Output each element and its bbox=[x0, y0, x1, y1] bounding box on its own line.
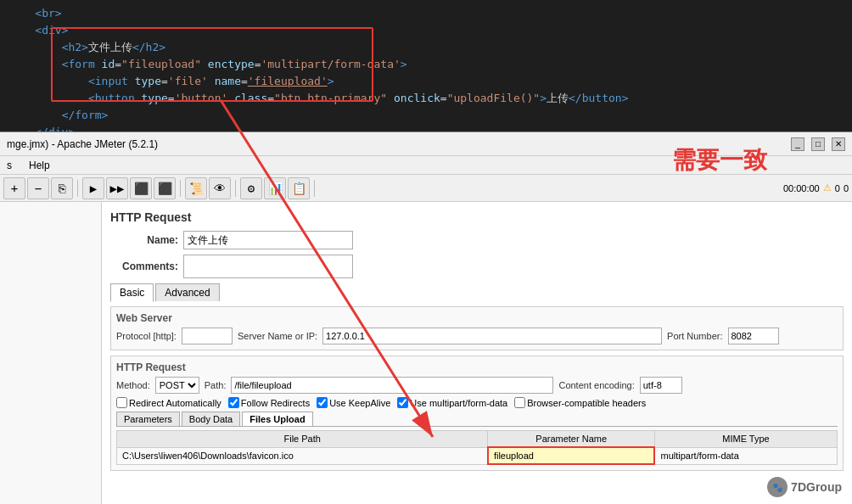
http-request-sub-title: HTTP Request bbox=[116, 361, 838, 373]
title-bar-left: mge.jmx) - Apache JMeter (5.2.1) bbox=[7, 138, 158, 150]
server-label: Server Name or IP: bbox=[238, 331, 317, 341]
method-select[interactable]: POST GET bbox=[155, 377, 199, 394]
cb-keepalive-label: Use KeepAlive bbox=[329, 398, 390, 408]
name-row: Name: bbox=[110, 231, 844, 249]
right-panel: HTTP Request Name: Comments: Basic Advan… bbox=[102, 202, 852, 504]
tab-body-data[interactable]: Body Data bbox=[182, 412, 240, 426]
code-line-5: <input type='file' name='fileupload'> bbox=[8, 73, 844, 90]
mime-type-cell: multipart/form-data bbox=[654, 447, 837, 464]
comments-row: Comments: bbox=[110, 255, 844, 278]
path-input[interactable] bbox=[231, 377, 553, 394]
toolbar-log[interactable]: 📋 bbox=[288, 177, 310, 199]
timer-display: 00:00:00 bbox=[783, 183, 820, 193]
toolbar-stop-all[interactable]: ⬛ bbox=[154, 177, 176, 199]
comments-input[interactable] bbox=[183, 255, 353, 278]
watermark: 🐾 7DGroup bbox=[767, 477, 842, 497]
encoding-input[interactable] bbox=[640, 377, 682, 394]
maximize-button[interactable]: □ bbox=[811, 137, 825, 151]
table-row: C:\Users\liwen406\Downloads\favicon.ico … bbox=[117, 447, 838, 464]
col-header-file-path: File Path bbox=[117, 431, 488, 448]
cb-follow-redirects-input[interactable] bbox=[228, 397, 239, 408]
cb-browser-compat-label: Browser-compatible headers bbox=[527, 398, 646, 408]
code-editor: <br> <div> <h2>文件上传</h2> <form id="fileu… bbox=[0, 0, 852, 132]
toolbar-minus[interactable]: − bbox=[27, 177, 49, 199]
cb-keepalive[interactable]: Use KeepAlive bbox=[317, 397, 390, 408]
cb-browser-compat[interactable]: Browser-compatible headers bbox=[514, 397, 646, 408]
minimize-button[interactable]: _ bbox=[791, 137, 804, 151]
port-input[interactable] bbox=[728, 328, 779, 344]
main-content: HTTP Request Name: Comments: Basic Advan… bbox=[0, 202, 852, 504]
toolbar-script[interactable]: 📜 bbox=[185, 177, 207, 199]
sidebar bbox=[0, 202, 102, 504]
code-line-2: <div> bbox=[8, 22, 844, 39]
menu-help[interactable]: Help bbox=[25, 158, 53, 173]
toolbar-separator-4 bbox=[314, 180, 315, 197]
toolbar-run[interactable]: ▶ bbox=[82, 177, 104, 199]
cb-multipart[interactable]: Use multipart/form-data bbox=[397, 397, 507, 408]
toolbar-chart[interactable]: 📊 bbox=[264, 177, 286, 199]
cb-follow-redirects[interactable]: Follow Redirects bbox=[228, 397, 310, 408]
method-path-row: Method: POST GET Path: Content encoding: bbox=[116, 377, 838, 394]
col-header-param-name: Parameter Name bbox=[488, 431, 655, 448]
path-label: Path: bbox=[205, 380, 227, 390]
cb-redirect-auto-input[interactable] bbox=[116, 397, 127, 408]
title-bar-right: _ □ ✕ bbox=[791, 137, 845, 151]
cb-keepalive-input[interactable] bbox=[317, 397, 328, 408]
cb-redirect-auto[interactable]: Redirect Automatically bbox=[116, 397, 221, 408]
error-count: 0 bbox=[844, 183, 849, 193]
param-name-cell: fileupload bbox=[488, 447, 655, 464]
tab-advanced[interactable]: Advanced bbox=[155, 283, 219, 301]
warning-count: 0 bbox=[835, 183, 840, 193]
web-server-fields: Protocol [http]: Server Name or IP: Port… bbox=[116, 328, 838, 344]
toolbar-run-all[interactable]: ▶▶ bbox=[106, 177, 128, 199]
toolbar-separator-2 bbox=[180, 180, 181, 197]
tab-files-upload[interactable]: Files Upload bbox=[242, 412, 312, 426]
col-header-mime-type: MIME Type bbox=[654, 431, 837, 448]
name-input[interactable] bbox=[183, 231, 353, 249]
cb-multipart-label: Use multipart/form-data bbox=[410, 398, 507, 408]
bottom-tabs: Parameters Body Data Files Upload bbox=[116, 412, 838, 427]
tab-parameters[interactable]: Parameters bbox=[116, 412, 180, 426]
jmeter-window: mge.jmx) - Apache JMeter (5.2.1) _ □ ✕ s… bbox=[0, 132, 852, 504]
protocol-label: Protocol [http]: bbox=[116, 331, 177, 341]
checkboxes-row: Redirect Automatically Follow Redirects … bbox=[116, 397, 838, 408]
annotation-text: 需要一致 bbox=[672, 144, 767, 176]
comments-label: Comments: bbox=[110, 260, 178, 272]
web-server-title: Web Server bbox=[116, 312, 838, 324]
upload-table: File Path Parameter Name MIME Type C:\Us… bbox=[116, 430, 838, 465]
server-input[interactable] bbox=[322, 328, 662, 344]
port-label: Port Number: bbox=[667, 331, 722, 341]
protocol-input[interactable] bbox=[182, 328, 233, 344]
tabs-container: Basic Advanced bbox=[110, 283, 844, 301]
menu-s[interactable]: s bbox=[3, 158, 15, 173]
toolbar-settings[interactable]: ⚙ bbox=[240, 177, 262, 199]
title-bar-text: mge.jmx) - Apache JMeter (5.2.1) bbox=[7, 138, 158, 150]
cb-browser-compat-input[interactable] bbox=[514, 397, 525, 408]
toolbar-right: 00:00:00 ⚠ 0 0 bbox=[783, 182, 849, 193]
toolbar: + − ⎘ ▶ ▶▶ ⬛ ⬛ 📜 👁 ⚙ 📊 📋 00:00:00 ⚠ 0 0 bbox=[0, 175, 852, 202]
method-label: Method: bbox=[116, 380, 150, 390]
toolbar-stop[interactable]: ⬛ bbox=[130, 177, 152, 199]
toolbar-eye[interactable]: 👁 bbox=[209, 177, 231, 199]
web-server-section: Web Server Protocol [http]: Server Name … bbox=[110, 306, 844, 350]
file-path-cell: C:\Users\liwen406\Downloads\favicon.ico bbox=[117, 447, 488, 464]
cb-multipart-input[interactable] bbox=[397, 397, 408, 408]
cb-follow-redirects-label: Follow Redirects bbox=[241, 398, 310, 408]
code-line-6: <button type='button' class="btn btn-pri… bbox=[8, 90, 844, 107]
code-line-7: </form> bbox=[8, 107, 844, 124]
toolbar-separator-3 bbox=[235, 180, 236, 197]
toolbar-copy[interactable]: ⎘ bbox=[51, 177, 73, 199]
code-line-8: </div> bbox=[8, 124, 844, 132]
watermark-logo: 🐾 bbox=[767, 477, 788, 497]
cb-redirect-auto-label: Redirect Automatically bbox=[129, 398, 221, 408]
tab-basic[interactable]: Basic bbox=[110, 283, 154, 302]
toolbar-add[interactable]: + bbox=[3, 177, 25, 199]
encoding-label: Content encoding: bbox=[558, 380, 634, 390]
section-title: HTTP Request bbox=[110, 210, 844, 224]
code-line-4: <form id="fileupload" enctype='multipart… bbox=[8, 56, 844, 73]
http-request-sub-section: HTTP Request Method: POST GET Path: Cont… bbox=[110, 356, 844, 471]
code-line-3: <h2>文件上传</h2> bbox=[8, 39, 844, 56]
warning-icon: ⚠ bbox=[823, 182, 832, 193]
close-button[interactable]: ✕ bbox=[832, 137, 845, 151]
watermark-text: 7DGroup bbox=[791, 480, 842, 494]
